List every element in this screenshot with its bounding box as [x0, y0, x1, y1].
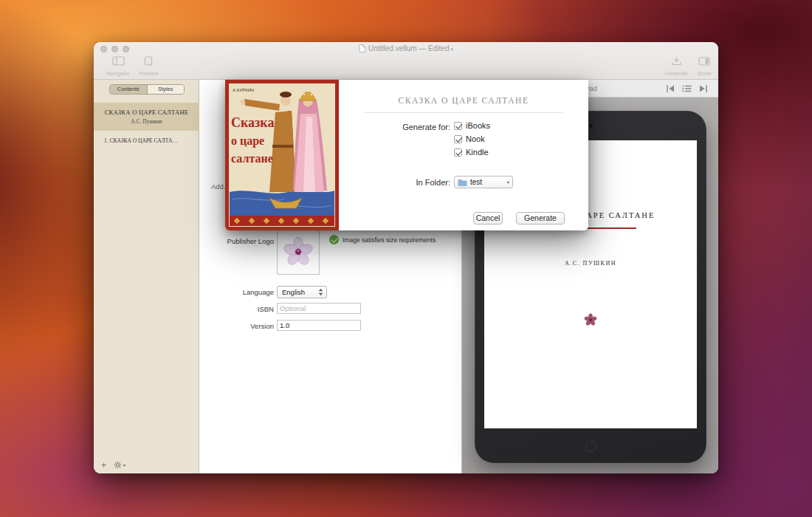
isbn-label: ISBN [199, 305, 274, 313]
page-list-icon[interactable] [682, 84, 692, 93]
gear-chevron-icon: ▾ [123, 462, 125, 468]
add-chapter-button[interactable]: + [101, 462, 106, 469]
page-flower-ornament-icon [584, 313, 597, 329]
nook-checkbox[interactable] [454, 135, 462, 143]
orchid-logo-image [283, 235, 314, 269]
sidebar: Contents Styles СКАЗКА О ЦАРЕ САЛТАНЕ А.… [94, 80, 199, 473]
folder-chevron-icon: ▾ [507, 179, 509, 185]
logo-status-text: Image satisfies size requirements [343, 236, 436, 244]
generate-sheet: Сказка о царе салтане [225, 80, 588, 230]
window-title-text: Untitled.vellum — Edited [368, 44, 450, 52]
sidebar-book-author: А.С. Пушкин [94, 118, 199, 125]
popup-stepper-icon [318, 288, 323, 296]
language-popup[interactable]: English [277, 286, 327, 298]
generate-button[interactable]: Generate [516, 212, 565, 225]
title-chevron-icon[interactable]: ▾ [450, 47, 453, 52]
sidebar-book-header[interactable]: СКАЗКА О ЦАРЕ САЛТАНЕ А.С. Пушкин [94, 103, 199, 131]
document-icon [359, 44, 365, 54]
cancel-button[interactable]: Cancel [473, 212, 503, 225]
show-label: Show [688, 70, 718, 77]
preview-nav-icons [666, 84, 708, 93]
sidebar-bottom-controls: + ▾ [101, 461, 125, 469]
nook-label[interactable]: Nook [466, 134, 485, 143]
show-button[interactable]: Show [688, 55, 718, 77]
gear-icon [114, 461, 122, 469]
ibooks-label[interactable]: iBooks [466, 121, 490, 130]
version-label: Version [199, 322, 274, 330]
book-cover-image: Сказка о царе салтане [225, 80, 339, 230]
kindle-checkbox[interactable] [454, 148, 462, 157]
desktop-wallpaper: Untitled.vellum — Edited▾ Navigator Prev… [0, 0, 812, 517]
sidebar-tabs: Contents Styles [109, 84, 185, 95]
sidebar-item-chapter-1[interactable]: 1. СКАЗКА О ЦАРЕ САЛТА… [94, 136, 199, 146]
tab-contents[interactable]: Contents [110, 85, 147, 94]
page-book-author: А.С. ПУШКИН [484, 260, 697, 267]
sheet-title: СКАЗКА О ЦАРЕ САЛТАНЕ [339, 96, 588, 105]
ibooks-checkbox[interactable] [454, 122, 462, 130]
size-ok-check-icon [329, 235, 339, 244]
action-menu-button[interactable]: ▾ [114, 461, 125, 469]
isbn-input[interactable] [277, 303, 361, 314]
cover-title-line1: Сказка [231, 115, 274, 130]
sidebar-book-title: СКАЗКА О ЦАРЕ САЛТАНЕ [94, 109, 199, 116]
in-folder-label: In Folder: [339, 178, 450, 187]
folder-popup[interactable]: test ▾ [454, 176, 513, 188]
folder-icon [458, 179, 467, 186]
ipad-home-button [585, 441, 596, 452]
cover-title-line2: о царе [231, 134, 264, 148]
target-row-ibooks: iBooks [454, 121, 490, 130]
language-value: English [282, 288, 318, 296]
target-row-kindle: Kindle [454, 148, 489, 157]
vellum-window: Untitled.vellum — Edited▾ Navigator Prev… [94, 42, 718, 473]
folder-value: test [470, 178, 504, 186]
generate-for-label: Generate for: [339, 123, 450, 131]
navigator-label: Navigator [102, 70, 134, 77]
cover-title-line3: салтане [231, 152, 273, 165]
sheet-separator [364, 112, 563, 113]
publisher-logo-label: Publisher Logo [199, 237, 274, 245]
goto-first-page-icon[interactable] [666, 84, 675, 93]
window-chrome: Untitled.vellum — Edited▾ Navigator Prev… [94, 42, 718, 80]
ipad-camera-icon [589, 124, 593, 128]
preview-label: Preview [132, 70, 165, 77]
goto-last-page-icon[interactable] [698, 84, 708, 93]
language-label: Language [199, 288, 274, 296]
version-input[interactable] [277, 320, 361, 331]
cover-artist-signature: А.КУРКИН [233, 88, 254, 92]
preview-button[interactable]: Preview [132, 55, 165, 77]
window-title: Untitled.vellum — Edited▾ [94, 44, 718, 54]
tab-styles[interactable]: Styles [147, 85, 185, 94]
publisher-logo-well[interactable] [277, 229, 320, 275]
navigator-button[interactable]: Navigator [102, 55, 134, 77]
target-row-nook: Nook [454, 134, 485, 143]
kindle-label[interactable]: Kindle [466, 148, 489, 157]
